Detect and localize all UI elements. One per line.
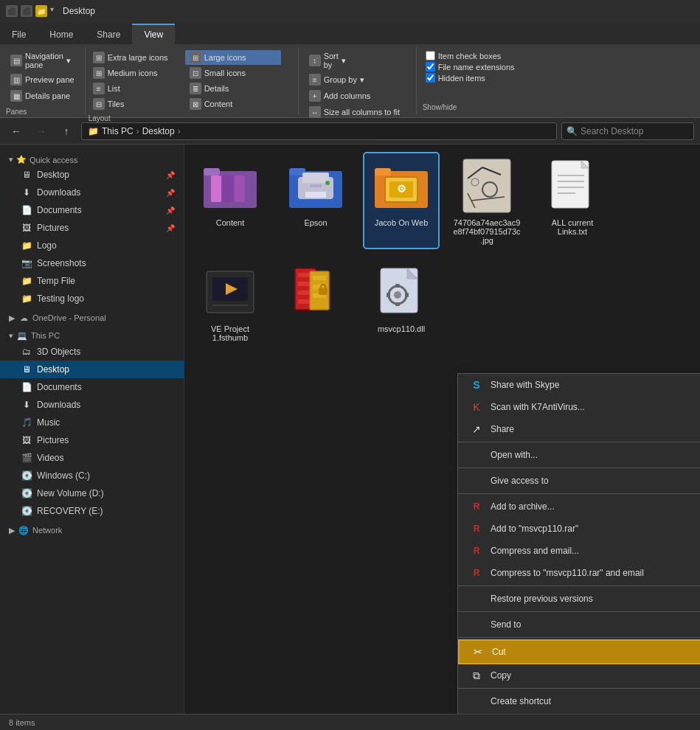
sidebar-item-desktop[interactable]: 🖥 Desktop 📌 bbox=[0, 166, 184, 184]
content-area: Content Epson bbox=[184, 145, 700, 714]
layout-large-icons[interactable]: ⊞ Large icons bbox=[185, 50, 281, 65]
compress-msvcp-email-icon: R bbox=[470, 566, 483, 580]
sidebar-item-downloads[interactable]: ⬇ Downloads 📌 bbox=[0, 184, 184, 201]
window-icon-3[interactable]: 📁 bbox=[35, 5, 47, 17]
layout-content[interactable]: ⊠ Content bbox=[185, 97, 281, 111]
ctx-compress-msvcp-email[interactable]: R Compress to "msvcp110.rar" and email bbox=[458, 562, 700, 584]
sidebar-item-windows-c[interactable]: 💽 Windows (C:) bbox=[0, 467, 184, 484]
navigation-pane-label: Navigationpane bbox=[25, 52, 63, 69]
item-checkboxes-input[interactable] bbox=[426, 51, 435, 60]
file-ve-project[interactable]: VE Project 1.fsthumb bbox=[193, 260, 267, 345]
network-icon: 🌐 bbox=[18, 524, 30, 536]
epson-folder-icon bbox=[286, 156, 345, 215]
ctx-send-to[interactable]: Send to › bbox=[458, 613, 700, 636]
ctx-delete[interactable]: 🗑 Delete bbox=[458, 712, 700, 714]
hidden-items-toggle[interactable]: Hidden items bbox=[423, 72, 544, 83]
hidden-items-input[interactable] bbox=[426, 73, 435, 83]
window-icon-1[interactable]: ⬛ bbox=[6, 5, 18, 17]
music-label: Music bbox=[37, 417, 60, 428]
tab-home[interactable]: Home bbox=[38, 24, 85, 44]
sidebar-item-screenshots[interactable]: 📷 Screenshots bbox=[0, 254, 184, 272]
file-name-ext-input[interactable] bbox=[426, 62, 435, 72]
search-placeholder: Search Desktop bbox=[581, 126, 643, 136]
ctx-add-archive[interactable]: R Add to archive... bbox=[458, 496, 700, 518]
sidebar-item-testing[interactable]: 📁 Testing logo bbox=[0, 290, 184, 307]
sidebar-item-pictures[interactable]: 🖼 Pictures 📌 bbox=[0, 219, 184, 237]
ctx-open-with[interactable]: Open with... bbox=[458, 444, 700, 466]
ctx-restore-prev[interactable]: Restore previous versions bbox=[458, 588, 700, 610]
forward-button[interactable]: → bbox=[31, 121, 52, 142]
ctx-compress-email[interactable]: R Compress and email... bbox=[458, 540, 700, 562]
item-checkboxes-label: Item check boxes bbox=[438, 52, 502, 60]
testing-icon: 📁 bbox=[21, 293, 32, 305]
file-jacob-web[interactable]: ⚙ Jacob On Web bbox=[364, 153, 438, 248]
layout-small-icons[interactable]: ⊡ Small icons bbox=[185, 66, 281, 80]
sidebar-item-temp[interactable]: 📁 Temp File bbox=[0, 272, 184, 290]
file-archive[interactable] bbox=[279, 260, 353, 345]
layout-list[interactable]: ≡ List bbox=[89, 81, 184, 96]
onedrive-section[interactable]: ▶ ☁ OneDrive - Personal bbox=[0, 307, 184, 325]
sidebar-item-documents[interactable]: 📄 Documents 📌 bbox=[0, 201, 184, 219]
layout-section-label: Layout bbox=[89, 111, 295, 122]
details-icon: ≣ bbox=[190, 83, 201, 94]
large-icons-icon: ⊞ bbox=[190, 52, 201, 63]
sidebar-item-downloads-pc[interactable]: ⬇ Downloads bbox=[0, 396, 184, 414]
file-name-ext-toggle[interactable]: File name extensions bbox=[423, 61, 544, 72]
ctx-create-shortcut[interactable]: Create shortcut bbox=[458, 690, 700, 712]
ctx-give-access[interactable]: Give access to › bbox=[458, 470, 700, 492]
dll-icon bbox=[372, 263, 431, 321]
address-path[interactable]: 📁 This PC › Desktop › bbox=[81, 122, 557, 140]
tab-file[interactable]: File bbox=[0, 24, 38, 44]
details-pane-btn[interactable]: ▦ Details pane bbox=[6, 88, 79, 103]
sidebar-item-documents-pc[interactable]: 📄 Documents bbox=[0, 378, 184, 396]
preview-pane-btn[interactable]: ▥ Preview pane bbox=[6, 72, 79, 87]
sort-by-btn[interactable]: ↕ Sortby ▾ bbox=[305, 50, 410, 71]
sidebar-item-3d-objects[interactable]: 🗂 3D Objects bbox=[0, 343, 184, 361]
window-icon-2[interactable]: ⬛ bbox=[21, 5, 32, 17]
back-button[interactable]: ← bbox=[6, 121, 27, 142]
sidebar-item-desktop-pc[interactable]: 🖥 Desktop bbox=[0, 361, 184, 378]
ctx-cut[interactable]: ✂ Cut bbox=[458, 639, 700, 664]
network-section[interactable]: ▶ 🌐 Network bbox=[0, 520, 184, 538]
layout-medium-icons[interactable]: ⊞ Medium icons bbox=[89, 66, 184, 80]
file-dll[interactable]: msvcp110.dll bbox=[364, 260, 438, 345]
sidebar-item-new-volume-d[interactable]: 💽 New Volume (D:) bbox=[0, 484, 184, 502]
file-epson-folder[interactable]: Epson bbox=[279, 153, 353, 248]
ctx-scan-k7[interactable]: K Scan with K7AntiVirus... bbox=[458, 396, 700, 418]
group-by-btn[interactable]: ≡ Group by ▾ bbox=[305, 72, 410, 87]
this-pc-section[interactable]: ▾ 💻 This PC bbox=[0, 325, 184, 343]
status-bar: 8 items bbox=[0, 714, 700, 730]
content-label: Content bbox=[204, 100, 233, 108]
sidebar-item-recovery-e[interactable]: 💽 RECOVERY (E:) bbox=[0, 502, 184, 520]
ctx-share[interactable]: ↗ Share bbox=[458, 418, 700, 440]
svg-rect-5 bbox=[223, 175, 233, 202]
navigation-pane-btn[interactable]: ▤ Navigationpane ▾ bbox=[6, 50, 79, 71]
sidebar-item-logo[interactable]: 📁 Logo bbox=[0, 237, 184, 254]
up-button[interactable]: ↑ bbox=[56, 121, 77, 142]
show-section-label: Show/hide bbox=[423, 100, 544, 111]
layout-details[interactable]: ≣ Details bbox=[185, 81, 281, 96]
file-links-txt[interactable]: ALL current Links.txt bbox=[536, 153, 609, 248]
layout-tiles[interactable]: ⊟ Tiles bbox=[89, 97, 184, 111]
item-checkboxes-toggle[interactable]: Item check boxes bbox=[423, 50, 544, 61]
title-bar-arrow[interactable]: ▾ bbox=[50, 5, 54, 17]
documents-qa-icon: 📄 bbox=[21, 204, 32, 216]
tab-share[interactable]: Share bbox=[85, 24, 132, 44]
add-msvcp-icon: R bbox=[470, 522, 483, 535]
layout-extra-large[interactable]: ⊞ Extra large icons bbox=[89, 50, 184, 65]
ribbon-show-section: Item check boxes File name extensions Hi… bbox=[417, 47, 550, 114]
pictures-pin: 📌 bbox=[166, 224, 175, 232]
size-columns-btn[interactable]: ↔ Size all columns to fit bbox=[305, 105, 410, 119]
ctx-copy[interactable]: ⧉ Copy bbox=[458, 664, 700, 686]
tab-view[interactable]: View bbox=[132, 24, 175, 44]
ctx-share-skype[interactable]: S Share with Skype bbox=[458, 374, 700, 396]
sidebar-item-videos[interactable]: 🎬 Videos bbox=[0, 449, 184, 467]
quick-access-section[interactable]: ▾ ⭐ Quick access bbox=[0, 150, 184, 166]
sidebar-item-music[interactable]: 🎵 Music bbox=[0, 414, 184, 431]
ctx-add-msvcp-rar[interactable]: R Add to "msvcp110.rar" bbox=[458, 518, 700, 540]
file-jpg[interactable]: 74706a74aec3ac9e8f74bf07915d73c.jpg bbox=[450, 153, 524, 248]
sidebar-item-pictures-pc[interactable]: 🖼 Pictures bbox=[0, 431, 184, 449]
file-content-folder[interactable]: Content bbox=[193, 153, 267, 248]
add-columns-btn[interactable]: + Add columns bbox=[305, 88, 410, 103]
search-box[interactable]: 🔍 Search Desktop bbox=[561, 122, 694, 140]
